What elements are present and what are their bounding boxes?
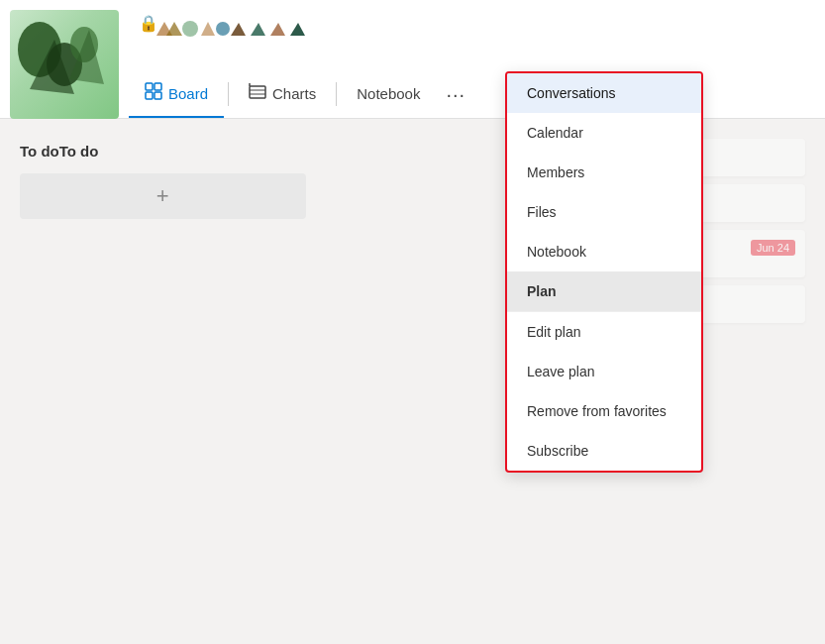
todo-column: To doTo do + bbox=[20, 139, 306, 624]
svg-point-7 bbox=[182, 21, 198, 37]
menu-item-members[interactable]: Members bbox=[507, 153, 701, 192]
todo-column-title: To doTo do bbox=[20, 139, 306, 163]
tab-board[interactable]: Board bbox=[129, 70, 224, 118]
menu-item-subscribe[interactable]: Subscribe bbox=[507, 431, 701, 471]
tab-charts-label: Charts bbox=[272, 85, 316, 102]
tab-notebook[interactable]: Notebook bbox=[341, 70, 436, 118]
svg-point-9 bbox=[216, 22, 230, 36]
tab-board-label: Board bbox=[168, 85, 208, 102]
menu-item-notebook[interactable]: Notebook bbox=[507, 232, 701, 271]
lock-icon: 🔒 bbox=[139, 14, 158, 33]
tabs-nav: Board Charts Notebook ··· bbox=[129, 70, 475, 118]
svg-rect-17 bbox=[155, 92, 161, 99]
svg-marker-12 bbox=[270, 23, 285, 36]
dropdown-menu: Conversations Calendar Members Files Not… bbox=[505, 71, 703, 473]
more-button[interactable]: ··· bbox=[436, 70, 475, 118]
menu-item-plan[interactable]: Plan bbox=[507, 271, 701, 311]
add-card-button[interactable]: + bbox=[20, 173, 306, 219]
tab-charts[interactable]: Charts bbox=[233, 70, 332, 118]
svg-marker-13 bbox=[290, 23, 305, 36]
tab-separator bbox=[228, 82, 229, 106]
svg-rect-14 bbox=[146, 83, 153, 90]
tab-separator-2 bbox=[336, 82, 337, 106]
menu-item-files[interactable]: Files bbox=[507, 192, 701, 232]
due-date-badge: Jun 24 bbox=[751, 240, 795, 256]
svg-marker-8 bbox=[201, 22, 215, 36]
menu-item-calendar[interactable]: Calendar bbox=[507, 113, 701, 153]
svg-rect-18 bbox=[250, 86, 265, 98]
menu-actions-section: Edit plan Leave plan Remove from favorit… bbox=[507, 312, 701, 471]
svg-marker-10 bbox=[231, 23, 246, 36]
menu-item-remove-favorites[interactable]: Remove from favorites bbox=[507, 391, 701, 431]
svg-rect-15 bbox=[155, 83, 161, 90]
svg-marker-6 bbox=[166, 22, 182, 36]
tab-notebook-label: Notebook bbox=[357, 85, 420, 102]
menu-nav-section: Conversations Calendar Members Files Not… bbox=[507, 73, 701, 312]
charts-icon bbox=[249, 82, 266, 104]
member-avatars bbox=[156, 18, 315, 40]
svg-marker-11 bbox=[251, 23, 265, 36]
menu-item-edit-plan[interactable]: Edit plan bbox=[507, 312, 701, 352]
svg-rect-16 bbox=[146, 92, 153, 99]
menu-item-conversations[interactable]: Conversations bbox=[507, 73, 701, 113]
board-icon bbox=[145, 82, 162, 104]
menu-item-leave-plan[interactable]: Leave plan bbox=[507, 352, 701, 391]
dropdown-overlay: Conversations Calendar Members Files Not… bbox=[505, 71, 703, 473]
project-avatar bbox=[10, 10, 119, 119]
